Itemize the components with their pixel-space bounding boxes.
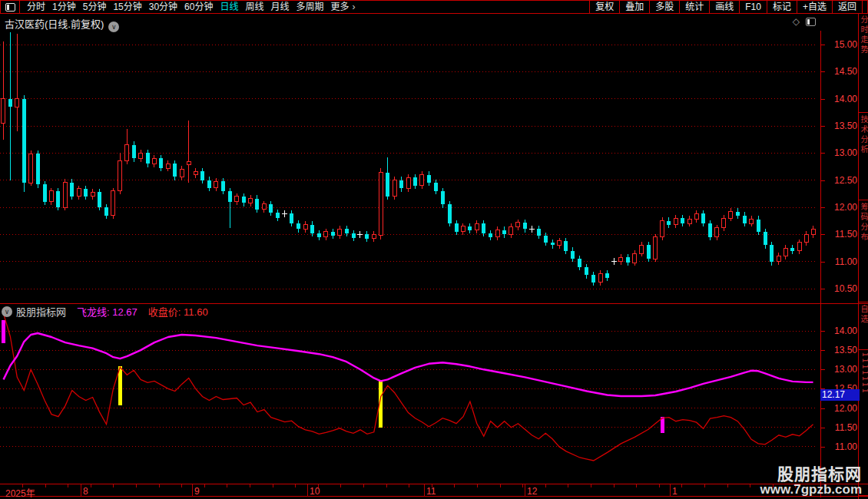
main-axis-label: 13.00 [822, 148, 857, 158]
menu-item-日线[interactable]: 日线 [220, 1, 238, 13]
toolbar-button-+自选[interactable]: +自选 [797, 1, 833, 13]
toolbar-button-F10[interactable]: F10 [740, 1, 767, 13]
main-axis-label: 13.50 [822, 121, 857, 131]
main-axis-label: 11.50 [822, 230, 857, 240]
menu-item-15分钟[interactable]: 15分钟 [113, 1, 141, 13]
month-label: 9 [194, 486, 200, 497]
title-bar: 古汉医药(日线.前复权)∨ ◇ [0, 14, 858, 30]
dragon-indicator-chart [0, 303, 820, 484]
layout-toggle-button[interactable] [1, 1, 20, 13]
menu-item-月线[interactable]: 月线 [271, 1, 290, 13]
month-label: 1 [672, 486, 678, 497]
lower-axis-label: 11.00 [822, 442, 857, 452]
lower-axis-label: 13.00 [822, 365, 857, 375]
menu-item-周线[interactable]: 周线 [245, 1, 263, 13]
menu-item-1分钟[interactable]: 1分钟 [52, 1, 76, 13]
month-label: 8 [83, 486, 88, 497]
main-axis-label: 11.00 [822, 257, 857, 267]
pane-icon[interactable] [806, 18, 816, 26]
strip-tab[interactable]: 分时走势 [859, 13, 868, 113]
tools-menu: 复权叠加多股统计画线F10标记+自选返回 [589, 1, 863, 13]
watermark: 股朋指标网 www.7gpzb.com [760, 466, 862, 497]
main-candlestick-chart [0, 31, 820, 303]
toolbar-button-标记[interactable]: 标记 [767, 1, 797, 13]
month-gridline [525, 484, 525, 497]
month-label: 12 [527, 486, 537, 497]
menu-item-30分钟[interactable]: 30分钟 [149, 1, 177, 13]
period-menu: 分时1分钟5分钟15分钟30分钟60分钟日线周线月线多周期更多› [20, 1, 356, 13]
toolbar-button-统计[interactable]: 统计 [680, 1, 710, 13]
indicator-site-label: 股朋指标网 [16, 304, 66, 319]
chevron-down-icon[interactable]: ∨ [2, 306, 12, 317]
month-gridline [424, 484, 425, 497]
menu-item-分时[interactable]: 分时 [27, 1, 45, 13]
page-title: 古汉医药(日线.前复权)∨ [5, 16, 119, 32]
indicator-header: ∨ 股朋指标网 飞龙线: 12.67 收盘价: 11.60 [2, 306, 208, 317]
stock-terminal-window: 分时1分钟5分钟15分钟30分钟60分钟日线周线月线多周期更多› 复权叠加多股统… [0, 0, 868, 499]
month-label: 10 [310, 486, 320, 497]
lower-axis-label: 11.50 [822, 423, 857, 433]
month-gridline [81, 484, 81, 497]
menu-item-多周期[interactable]: 多周期 [297, 1, 324, 13]
top-menu-bar: 分时1分钟5分钟15分钟30分钟60分钟日线周线月线多周期更多› 复权叠加多股统… [0, 0, 868, 14]
month-gridline [670, 484, 671, 497]
diamond-icon[interactable]: ◇ [793, 16, 800, 27]
close-price-value: 收盘价: 11.60 [148, 304, 208, 319]
lower-axis-label: 14.00 [822, 326, 857, 336]
lower-axis-label: 12.00 [822, 404, 857, 414]
right-side-strip[interactable]: 分时走势技术分析筹码分布自选1111111 [859, 13, 868, 497]
strip-tab[interactable]: 技术分析 [859, 113, 868, 200]
main-axis-label: 14.50 [822, 67, 857, 77]
toolbar-button-画线[interactable]: 画线 [710, 1, 740, 13]
toolbar-button-多股[interactable]: 多股 [650, 1, 680, 13]
main-axis-label: 15.00 [822, 40, 857, 50]
strip-tab[interactable]: 自选 [859, 302, 868, 350]
menu-item-60分钟[interactable]: 60分钟 [184, 1, 213, 13]
month-gridline [192, 484, 193, 497]
toolbar-button-叠加[interactable]: 叠加 [620, 1, 650, 13]
menu-item-更多[interactable]: 更多 [331, 1, 350, 13]
axis-value-marker: 12.17 [820, 389, 860, 401]
main-axis-label: 12.50 [822, 176, 857, 186]
dragon-line-value: 飞龙线: 12.67 [77, 304, 137, 319]
month-gridline [307, 484, 308, 497]
toolbar-button-复权[interactable]: 复权 [590, 1, 620, 13]
stock-title-text: 古汉医药(日线.前复权) [5, 18, 104, 30]
main-axis-label: 10.50 [822, 284, 857, 294]
watermark-url: www.7gpzb.com [760, 483, 862, 497]
split-window-icon [5, 3, 15, 12]
strip-tab[interactable]: 筹码分布 [859, 200, 868, 302]
menu-item-5分钟[interactable]: 5分钟 [83, 1, 107, 13]
time-axis: 2025年891011121 [0, 484, 868, 497]
lower-axis-label: 13.50 [822, 345, 857, 355]
watermark-site-name: 股朋指标网 [760, 466, 862, 483]
month-label: 11 [426, 486, 436, 497]
more-chevron-icon[interactable]: › [353, 2, 356, 12]
main-axis-label: 12.00 [822, 203, 857, 213]
main-axis-label: 14.00 [822, 94, 857, 104]
toolbar-button-返回[interactable]: 返回 [833, 1, 863, 13]
